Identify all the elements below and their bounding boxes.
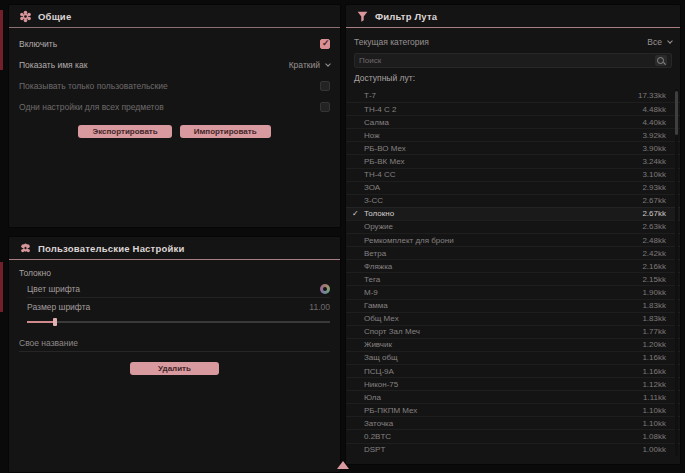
- loot-item-value: 3.24kk: [642, 157, 666, 166]
- loot-row[interactable]: ТН-4 С 24.48kk: [346, 102, 680, 115]
- slider-thumb[interactable]: [53, 318, 57, 326]
- loot-row[interactable]: ПСЦ-9А1.16kk: [346, 364, 680, 377]
- loot-row[interactable]: Спорт Зал Меч1.77kk: [346, 325, 680, 338]
- loot-item-value: 3.90kk: [642, 144, 666, 153]
- loot-item-value: 2.63kk: [642, 222, 666, 231]
- app-root: Общие Включить Показать имя как Краткий …: [0, 0, 685, 473]
- setting-label: Показывать только пользовательские: [19, 81, 168, 91]
- loot-item-name: Оружие: [364, 222, 642, 231]
- search-icon[interactable]: [655, 55, 667, 66]
- check-icon: ✓: [352, 209, 364, 218]
- header-divider: [346, 27, 680, 28]
- loot-item-value: 3.92kk: [642, 131, 666, 140]
- loot-item-value: 2.16kk: [642, 262, 666, 271]
- category-select[interactable]: Все: [647, 37, 672, 47]
- loot-item-value: 1.16kk: [642, 353, 666, 362]
- category-row: Текущая категория Все: [354, 34, 672, 49]
- gear-icon: [19, 10, 32, 23]
- loot-row[interactable]: Нож3.92kk: [346, 128, 680, 141]
- loot-row[interactable]: РБ-ВК Мех3.24kk: [346, 154, 680, 167]
- loot-row[interactable]: 0.2BTC1.08kk: [346, 429, 680, 442]
- loot-row[interactable]: Гамма1.83kk: [346, 299, 680, 312]
- loot-item-value: 2.67kk: [642, 196, 666, 205]
- delete-button[interactable]: Удалить: [130, 362, 219, 375]
- loot-row[interactable]: Защ общ1.16kk: [346, 351, 680, 364]
- export-button[interactable]: Экспортировать: [78, 125, 171, 138]
- custom-name-row: [19, 332, 330, 352]
- setting-label: Одни настройки для всех предметов: [19, 102, 164, 112]
- flower-icon: [19, 242, 32, 255]
- loot-item-value: 1.77kk: [642, 327, 666, 336]
- slider-track: [27, 321, 330, 323]
- loot-row[interactable]: М-91.90kk: [346, 285, 680, 298]
- loot-row[interactable]: Тега2.15kk: [346, 272, 680, 285]
- loot-row[interactable]: РБ-ПКПМ Мех1.10kk: [346, 403, 680, 416]
- loot-item-name: Юла: [364, 393, 643, 402]
- loot-item-name: Т-7: [364, 91, 638, 100]
- loot-row[interactable]: Живчик1.20kk: [346, 338, 680, 351]
- only-custom-checkbox[interactable]: [320, 81, 330, 91]
- loot-item-name: Живчик: [364, 340, 642, 349]
- import-button[interactable]: Импортировать: [180, 125, 271, 138]
- loot-row[interactable]: Ветра2.42kk: [346, 246, 680, 259]
- loot-row[interactable]: Заточка1.10kk: [346, 416, 680, 429]
- selected-item-name: Толокно: [9, 260, 340, 280]
- user-settings-panel: Пользовательские Настройки Толокно Цвет …: [8, 236, 341, 473]
- loot-item-name: DSPT: [364, 445, 642, 454]
- chevron-down-icon: [667, 38, 673, 44]
- enable-checkbox[interactable]: [320, 39, 330, 49]
- loot-filter-panel: Фильтр Лута Текущая категория Все Доступ…: [345, 4, 681, 465]
- loot-item-value: 1.20kk: [642, 340, 666, 349]
- search-input[interactable]: [359, 56, 655, 65]
- panel-title: Пользовательские Настройки: [38, 243, 185, 254]
- loot-row[interactable]: ТН-4 СС3.10kk: [346, 168, 680, 181]
- same-settings-checkbox[interactable]: [320, 102, 330, 112]
- loot-scrollbar[interactable]: [675, 89, 678, 456]
- loot-row[interactable]: Салма4.40kk: [346, 115, 680, 128]
- loot-item-value: 1.90kk: [642, 288, 666, 297]
- panel-title: Общие: [38, 11, 71, 22]
- loot-item-name: Салма: [364, 118, 642, 127]
- loot-row[interactable]: Общ Мех1.83kk: [346, 312, 680, 325]
- loot-item-name: Защ общ: [364, 353, 642, 362]
- loot-row[interactable]: Никон-751.12kk: [346, 377, 680, 390]
- loot-row[interactable]: DSPT1.00kk: [346, 443, 680, 456]
- loot-row[interactable]: Фляжка2.16kk: [346, 259, 680, 272]
- loot-item-name: Гамма: [364, 301, 642, 310]
- left-edge-accent: [0, 10, 3, 70]
- loot-item-value: 1.10kk: [642, 406, 666, 415]
- color-wheel-icon[interactable]: [320, 284, 330, 294]
- loot-item-name: РБ-ПКПМ Мех: [364, 406, 642, 415]
- loot-item-value: 1.10kk: [642, 419, 666, 428]
- font-color-row: Цвет шрифта: [27, 280, 330, 298]
- loot-item-value: 3.10kk: [642, 170, 666, 179]
- loot-item-value: 1.11kk: [643, 393, 666, 402]
- loot-row[interactable]: Т-717.33kk: [346, 89, 680, 102]
- font-size-slider[interactable]: [27, 318, 330, 326]
- loot-item-value: 17.33kk: [638, 91, 666, 100]
- loot-scrollbar-thumb[interactable]: [675, 91, 678, 135]
- loot-item-value: 2.93kk: [642, 183, 666, 192]
- loot-item-value: 2.15kk: [642, 275, 666, 284]
- search-box: [354, 53, 672, 68]
- loot-row[interactable]: Юла1.11kk: [346, 390, 680, 403]
- setting-row-same-settings: Одни настройки для всех предметов: [9, 96, 340, 117]
- loot-row[interactable]: РБ-ВО Мех3.90kk: [346, 141, 680, 154]
- category-label: Текущая категория: [354, 37, 429, 47]
- loot-item-name: Тега: [364, 275, 642, 284]
- loot-item-value: 1.83kk: [642, 314, 666, 323]
- font-size-label: Размер шрифта: [27, 302, 90, 312]
- setting-row-name-display: Показать имя как Краткий: [9, 54, 340, 75]
- loot-row[interactable]: Оружие2.63kk: [346, 220, 680, 233]
- name-display-select[interactable]: Краткий: [289, 60, 330, 70]
- loot-item-value: 2.42kk: [642, 249, 666, 258]
- panel-title: Фильтр Лута: [375, 11, 437, 22]
- setting-row-only-custom: Показывать только пользовательские: [9, 75, 340, 96]
- loot-row[interactable]: ✓Толокно2.67kk: [346, 207, 680, 220]
- loot-row[interactable]: Ремкомплект для брони2.48kk: [346, 233, 680, 246]
- loot-row[interactable]: ЗОА2.93kk: [346, 181, 680, 194]
- loot-row[interactable]: З-СС2.67kk: [346, 194, 680, 207]
- custom-name-input[interactable]: [19, 335, 330, 351]
- loot-item-value: 2.48kk: [642, 236, 666, 245]
- setting-label: Показать имя как: [19, 60, 87, 70]
